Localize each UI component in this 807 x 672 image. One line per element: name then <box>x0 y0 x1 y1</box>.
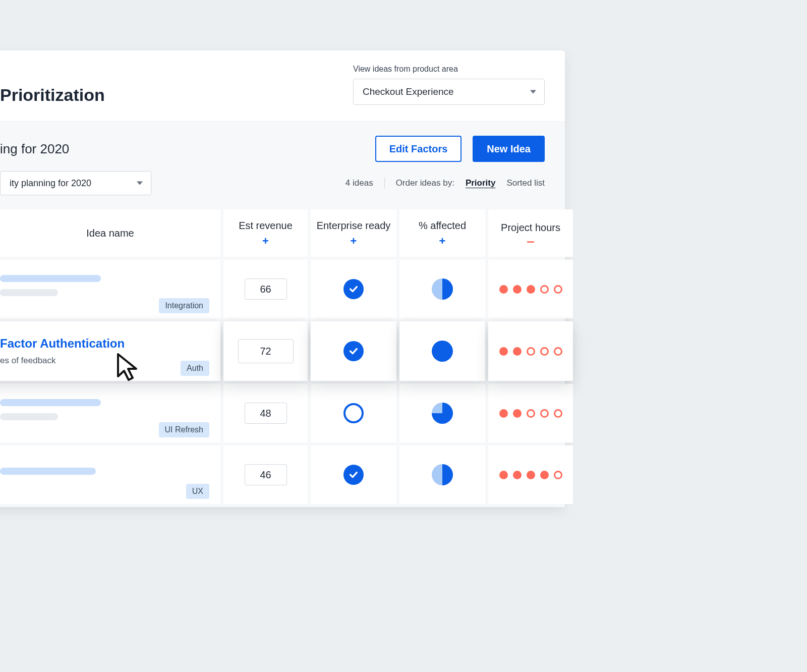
project-hours-dots[interactable] <box>499 285 562 294</box>
col-project-hours-label: Project hours <box>501 222 560 234</box>
area-picker-label: View ideas from product area <box>353 65 545 74</box>
panel-subheader: ing for 2020 Edit Factors New Idea ity p… <box>0 122 565 209</box>
idea-tag: UI Refresh <box>159 422 209 437</box>
pct-affected-cell <box>399 260 485 318</box>
enterprise-ready-cell <box>311 384 396 442</box>
dot-icon <box>513 285 522 294</box>
plus-icon: + <box>439 236 446 247</box>
pct-affected-indicator[interactable] <box>432 403 453 424</box>
area-picker-select[interactable]: Checkout Experience <box>353 79 545 105</box>
prioritization-panel: Prioritization View ideas from product a… <box>0 50 565 507</box>
dot-icon <box>540 471 549 479</box>
est-revenue-input[interactable] <box>245 403 287 424</box>
idea-subtitle: es of feedback <box>0 356 181 366</box>
est-revenue-input[interactable] <box>245 278 287 300</box>
dot-icon <box>554 285 562 294</box>
plus-icon: + <box>351 236 357 247</box>
project-hours-cell <box>488 260 573 318</box>
plan-select[interactable]: ity planning for 2020 <box>0 171 151 195</box>
idea-cell[interactable]: UX <box>0 445 220 504</box>
est-revenue-cell <box>223 384 308 442</box>
dot-icon <box>527 285 535 294</box>
dot-icon <box>554 471 562 479</box>
new-idea-button[interactable]: New Idea <box>473 136 545 162</box>
col-est-revenue: Est revenue + <box>223 209 308 257</box>
idea-subtitle-placeholder <box>0 413 58 420</box>
col-pct-affected: % affected + <box>399 209 485 257</box>
est-revenue-cell <box>223 445 308 504</box>
dot-icon <box>527 409 535 418</box>
col-idea-name: Idea name <box>0 209 220 257</box>
col-est-revenue-label: Est revenue <box>239 220 293 232</box>
est-revenue-input[interactable] <box>238 339 294 363</box>
plan-select-value: ity planning for 2020 <box>10 178 91 189</box>
page-title: Prioritization <box>0 85 105 105</box>
dot-icon <box>499 471 508 479</box>
chevron-down-icon <box>530 90 536 94</box>
idea-title-placeholder <box>0 275 101 282</box>
check-icon[interactable] <box>343 341 364 361</box>
minus-icon: – <box>527 238 535 245</box>
sort-row: 4 ideas Order ideas by: Priority Sorted … <box>345 178 545 189</box>
check-icon[interactable] <box>343 465 364 485</box>
est-revenue-cell <box>223 260 308 318</box>
enterprise-ready-cell <box>311 445 396 504</box>
panel-header: Prioritization View ideas from product a… <box>0 50 565 122</box>
check-icon[interactable] <box>343 279 364 299</box>
project-hours-dots[interactable] <box>499 409 562 418</box>
dot-icon <box>499 409 508 418</box>
area-picker-value: Checkout Experience <box>363 86 454 97</box>
pct-affected-cell <box>399 445 485 504</box>
pct-affected-indicator[interactable] <box>432 278 453 300</box>
order-by-label: Order ideas by: <box>396 178 454 188</box>
idea-cell[interactable]: Factor Authentication es of feedback Aut… <box>0 321 220 381</box>
pct-affected-indicator[interactable] <box>432 464 453 485</box>
pct-affected-cell <box>399 384 485 442</box>
cursor-icon <box>116 353 141 382</box>
dot-icon <box>540 285 549 294</box>
idea-count: 4 ideas <box>345 178 373 188</box>
est-revenue-input[interactable] <box>245 464 287 485</box>
divider <box>384 178 385 189</box>
priority-plan-title: ing for 2020 <box>0 141 69 157</box>
dot-icon <box>499 347 508 356</box>
dot-icon <box>527 347 535 356</box>
dot-icon <box>540 409 549 418</box>
dot-icon <box>540 347 549 356</box>
col-idea-name-label: Idea name <box>86 228 134 239</box>
plus-icon: + <box>262 236 269 247</box>
dot-icon <box>513 471 522 479</box>
dot-icon <box>554 409 562 418</box>
est-revenue-cell <box>223 321 308 381</box>
idea-subtitle-placeholder <box>0 289 58 296</box>
project-hours-dots[interactable] <box>499 347 562 356</box>
chevron-down-icon <box>137 182 143 185</box>
project-hours-cell <box>488 321 573 381</box>
area-picker: View ideas from product area Checkout Ex… <box>353 65 545 105</box>
pct-affected-indicator[interactable] <box>432 341 453 362</box>
col-enterprise-ready: Enterprise ready + <box>311 209 396 257</box>
col-project-hours: Project hours – <box>488 209 573 257</box>
col-enterprise-ready-label: Enterprise ready <box>317 220 391 232</box>
idea-title-placeholder <box>0 399 101 406</box>
dot-icon <box>499 285 508 294</box>
edit-factors-button[interactable]: Edit Factors <box>375 136 462 162</box>
ideas-table: Idea name Est revenue + Enterprise ready… <box>0 209 565 507</box>
project-hours-dots[interactable] <box>499 471 562 479</box>
col-pct-affected-label: % affected <box>419 220 466 232</box>
order-sorted-list[interactable]: Sorted list <box>506 178 545 188</box>
idea-tag: UX <box>186 484 209 499</box>
check-icon[interactable] <box>343 403 364 423</box>
dot-icon <box>513 409 522 418</box>
enterprise-ready-cell <box>311 321 396 381</box>
project-hours-cell <box>488 384 573 442</box>
idea-title[interactable]: Factor Authentication <box>0 337 181 351</box>
idea-tag: Integration <box>159 298 209 313</box>
project-hours-cell <box>488 445 573 504</box>
idea-cell[interactable]: UI Refresh <box>0 384 220 442</box>
enterprise-ready-cell <box>311 260 396 318</box>
idea-cell[interactable]: Integration <box>0 260 220 318</box>
dot-icon <box>513 347 522 356</box>
pct-affected-cell <box>399 321 485 381</box>
order-priority[interactable]: Priority <box>466 178 496 188</box>
